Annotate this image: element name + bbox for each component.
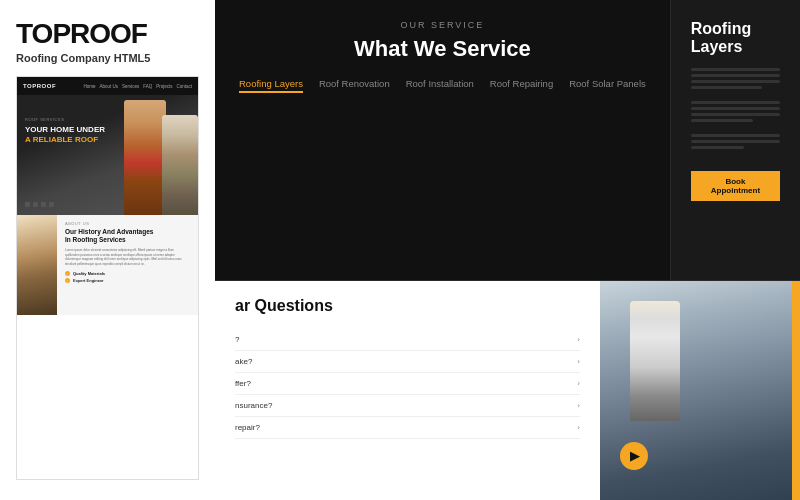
- faq-item-4[interactable]: nsurance? ›: [235, 395, 580, 417]
- faq-arrow-3: ›: [577, 379, 580, 388]
- social-icon-linkedin: [49, 202, 54, 207]
- check-icon-expert: ✓: [65, 278, 70, 283]
- faq-arrow-4: ›: [577, 401, 580, 410]
- roofing-layers-title: Roofing Layers: [691, 20, 780, 56]
- text-line: [691, 107, 780, 110]
- mockup-nav-home: Home: [83, 84, 95, 89]
- right-bottom: ar Questions ? › ake? › ffer? › nsurance…: [215, 280, 800, 500]
- text-line: [691, 86, 762, 89]
- faq-question-1: ?: [235, 335, 239, 344]
- mockup-worker-small-img: [17, 215, 57, 315]
- faq-item-2[interactable]: ake? ›: [235, 351, 580, 373]
- tab-roof-solar-panels[interactable]: Roof Solar Panels: [569, 78, 646, 93]
- text-line: [691, 134, 780, 137]
- faq-arrow-2: ›: [577, 357, 580, 366]
- mockup-hero: ROOF SERVICES YOUR HOME UNDER A RELIABLE…: [17, 95, 198, 215]
- mockup-nav-about: About Us: [99, 84, 118, 89]
- faq-title: ar Questions: [235, 297, 580, 315]
- mockup-about-label: ABOUT US: [65, 221, 190, 226]
- mockup-roof-services: ROOF SERVICES: [25, 117, 105, 122]
- text-block-3: [691, 134, 780, 149]
- mockup-worker2: [162, 115, 198, 215]
- text-line: [691, 68, 780, 71]
- right-worker-image: ▶: [600, 281, 800, 500]
- book-appointment-button[interactable]: Book Appointment: [691, 171, 780, 201]
- mockup-feature-expert: ✓ Expert Engineer: [65, 278, 190, 283]
- tab-roofing-layers[interactable]: Roofing Layers: [239, 78, 303, 93]
- faq-question-2: ake?: [235, 357, 252, 366]
- mockup-feature-quality: ✓ Quality Materials: [65, 271, 190, 276]
- text-block-2: [691, 101, 780, 122]
- faq-arrow-1: ›: [577, 335, 580, 344]
- service-section: OUR SERVICE What We Service Roofing Laye…: [215, 0, 671, 280]
- mockup-feature-expert-label: Expert Engineer: [73, 278, 104, 283]
- mockup-nav: TOPROOF Home About Us Services FAQ Proje…: [17, 77, 198, 95]
- faq-arrow-5: ›: [577, 423, 580, 432]
- mockup-social: [25, 202, 54, 207]
- mockup-hero-text: ROOF SERVICES YOUR HOME UNDER A RELIABLE…: [25, 117, 105, 144]
- brand-subtitle: Roofing Company HTML5: [16, 52, 199, 64]
- our-service-label: OUR SERVICE: [239, 20, 646, 30]
- mockup-hero-title-line2: A RELIABLE ROOF: [25, 135, 105, 144]
- right-top: OUR SERVICE What We Service Roofing Laye…: [215, 0, 800, 280]
- faq-item-1[interactable]: ? ›: [235, 329, 580, 351]
- mockup-nav-brand: TOPROOF: [23, 83, 56, 89]
- mockup-worker1: [124, 100, 166, 215]
- tab-roof-installation[interactable]: Roof Installation: [406, 78, 474, 93]
- yellow-circle-badge: ▶: [620, 442, 648, 470]
- text-line: [691, 74, 780, 77]
- text-line: [691, 140, 780, 143]
- worker-silhouette: [630, 301, 680, 421]
- faq-question-3: ffer?: [235, 379, 251, 388]
- faq-question-5: repair?: [235, 423, 260, 432]
- circle-icon: ▶: [630, 449, 639, 463]
- text-line: [691, 80, 780, 83]
- text-line: [691, 101, 780, 104]
- faq-item-3[interactable]: ffer? ›: [235, 373, 580, 395]
- text-line: [691, 146, 745, 149]
- tab-roof-repairing[interactable]: Roof Repairing: [490, 78, 553, 93]
- faq-item-5[interactable]: repair? ›: [235, 417, 580, 439]
- mockup-hero-title-line1: YOUR HOME UNDER: [25, 125, 105, 135]
- text-line: [691, 113, 780, 116]
- left-panel: TOPROOF Roofing Company HTML5 TOPROOF Ho…: [0, 0, 215, 500]
- text-line: [691, 119, 753, 122]
- faq-section: ar Questions ? › ake? › ffer? › nsurance…: [215, 281, 600, 500]
- mockup-about-text: Lorem ipsum dolor sit amet consectetur a…: [65, 248, 190, 267]
- check-icon-quality: ✓: [65, 271, 70, 276]
- mockup-nav-projects: Projects: [156, 84, 172, 89]
- faq-question-4: nsurance?: [235, 401, 272, 410]
- mockup-nav-links: Home About Us Services FAQ Projects Cont…: [83, 84, 192, 89]
- service-tabs: Roofing Layers Roof Renovation Roof Inst…: [239, 78, 646, 93]
- text-block-1: [691, 68, 780, 89]
- mockup-about-title: Our History And AdvantagesIn Roofing Ser…: [65, 228, 190, 245]
- mockup-nav-services: Services: [122, 84, 139, 89]
- social-icon-instagram: [41, 202, 46, 207]
- brand-title: TOPROOF: [16, 20, 199, 48]
- roofing-layers-section: Roofing Layers Book Appointment: [671, 0, 800, 280]
- mockup-bottom-center: ABOUT US Our History And AdvantagesIn Ro…: [57, 215, 198, 315]
- yellow-accent-bar: [792, 281, 800, 500]
- right-panel: OUR SERVICE What We Service Roofing Laye…: [215, 0, 800, 500]
- mockup-feature-quality-label: Quality Materials: [73, 271, 105, 276]
- social-icon-facebook: [25, 202, 30, 207]
- service-title: What We Service: [239, 36, 646, 62]
- right-image-section: ▶: [600, 281, 800, 500]
- tab-roof-renovation[interactable]: Roof Renovation: [319, 78, 390, 93]
- mockup-bottom-left-image: [17, 215, 57, 315]
- site-mockup: TOPROOF Home About Us Services FAQ Proje…: [16, 76, 199, 480]
- mockup-nav-contact: Contact: [176, 84, 192, 89]
- social-icon-twitter: [33, 202, 38, 207]
- mockup-nav-faq: FAQ: [143, 84, 152, 89]
- mockup-bottom: ABOUT US Our History And AdvantagesIn Ro…: [17, 215, 198, 315]
